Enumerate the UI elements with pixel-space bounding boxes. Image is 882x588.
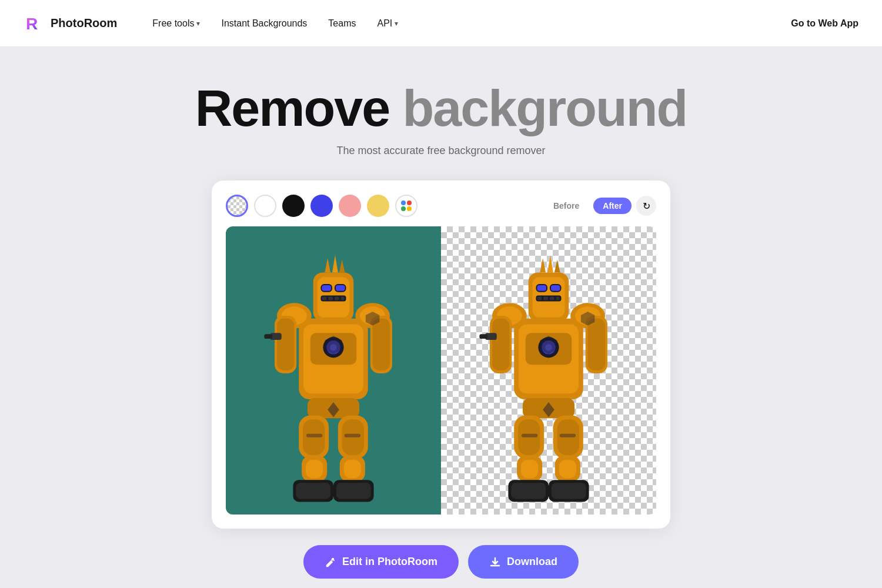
before-button[interactable]: Before <box>544 198 589 214</box>
main-content: Remove background The most accurate free… <box>0 47 882 588</box>
svg-rect-35 <box>336 483 371 499</box>
logo-text: PhotoRoom <box>51 16 117 30</box>
svg-rect-94 <box>556 297 560 300</box>
refresh-button[interactable]: ↻ <box>636 196 656 216</box>
svg-rect-70 <box>479 334 487 339</box>
svg-rect-88 <box>537 285 546 291</box>
image-display <box>226 226 656 514</box>
nav-item-api[interactable]: API ▾ <box>377 18 398 29</box>
svg-rect-29 <box>306 460 323 478</box>
svg-rect-22 <box>264 334 272 339</box>
color-swatches <box>226 195 544 217</box>
nav-item-instant-backgrounds[interactable]: Instant Backgrounds <box>221 18 307 29</box>
svg-rect-81 <box>511 483 546 499</box>
svg-text:R: R <box>26 15 38 33</box>
before-side <box>226 226 441 514</box>
svg-rect-68 <box>588 319 605 370</box>
nav-item-free-tools[interactable]: Free tools ▾ <box>152 18 200 29</box>
after-side <box>441 226 656 514</box>
svg-rect-20 <box>373 319 390 370</box>
svg-marker-49 <box>339 260 345 273</box>
svg-rect-91 <box>537 297 542 300</box>
svg-rect-43 <box>322 297 326 300</box>
svg-rect-93 <box>550 297 554 300</box>
swatch-black[interactable] <box>282 195 305 217</box>
svg-marker-97 <box>554 260 560 273</box>
svg-rect-46 <box>341 297 345 300</box>
svg-marker-48 <box>332 255 338 272</box>
svg-rect-83 <box>552 483 586 499</box>
before-after-controls: Before After ↻ <box>544 196 656 216</box>
nav-links: Free tools ▾ Instant Backgrounds Teams A… <box>152 18 791 29</box>
svg-point-3 <box>407 201 412 205</box>
svg-rect-77 <box>521 460 538 478</box>
download-button[interactable]: Download <box>468 545 579 579</box>
svg-rect-31 <box>344 460 361 478</box>
multicolor-icon <box>400 199 413 212</box>
logo-icon: R <box>24 13 45 34</box>
logo-link[interactable]: R PhotoRoom <box>24 13 117 34</box>
navbar: R PhotoRoom Free tools ▾ Instant Backgro… <box>0 0 882 47</box>
swatch-white[interactable] <box>254 195 276 217</box>
svg-point-5 <box>407 206 412 211</box>
edit-icon <box>325 556 336 568</box>
chevron-down-icon: ▾ <box>395 19 398 28</box>
hero-subtitle: The most accurate free background remove… <box>336 145 545 157</box>
editor-container: Before After ↻ <box>212 181 670 529</box>
svg-marker-96 <box>547 255 553 272</box>
swatch-yellow[interactable] <box>367 195 389 217</box>
svg-rect-101 <box>560 434 576 437</box>
svg-rect-33 <box>296 483 330 499</box>
svg-marker-47 <box>325 258 330 273</box>
chevron-down-icon: ▾ <box>196 19 200 28</box>
svg-marker-95 <box>540 258 546 273</box>
nav-item-teams[interactable]: Teams <box>328 18 356 29</box>
svg-rect-40 <box>322 285 331 291</box>
svg-rect-53 <box>345 434 360 437</box>
svg-point-4 <box>401 206 406 211</box>
svg-point-2 <box>401 201 406 205</box>
download-icon <box>489 556 501 568</box>
swatch-transparent[interactable] <box>226 195 248 217</box>
hero-title: Remove background <box>195 82 687 134</box>
editor-toolbar: Before After ↻ <box>226 195 656 217</box>
svg-rect-18 <box>277 319 294 370</box>
svg-rect-79 <box>559 460 576 478</box>
svg-rect-66 <box>492 319 509 370</box>
swatch-blue[interactable] <box>310 195 333 217</box>
svg-rect-89 <box>551 285 560 291</box>
refresh-icon: ↻ <box>643 201 650 212</box>
edit-in-photoroom-button[interactable]: Edit in PhotoRoom <box>303 545 459 579</box>
go-to-web-app-button[interactable]: Go to Web App <box>791 18 858 29</box>
swatch-pink[interactable] <box>339 195 361 217</box>
swatch-multi[interactable] <box>395 195 417 217</box>
svg-rect-41 <box>336 285 345 291</box>
svg-rect-92 <box>543 297 548 300</box>
svg-rect-100 <box>522 434 537 437</box>
svg-rect-45 <box>335 297 339 300</box>
after-button[interactable]: After <box>593 198 632 214</box>
robot-after-image <box>441 226 656 514</box>
svg-rect-44 <box>328 297 333 300</box>
editor-buttons: Edit in PhotoRoom Download <box>303 545 579 579</box>
robot-before-image <box>226 226 441 514</box>
svg-rect-52 <box>306 434 322 437</box>
